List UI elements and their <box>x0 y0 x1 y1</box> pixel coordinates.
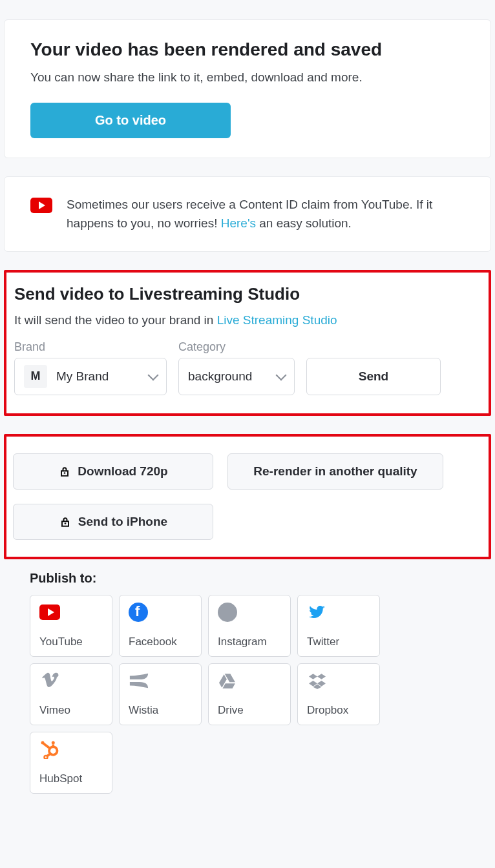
rendered-title: Your video has been rendered and saved <box>30 39 465 60</box>
livestream-subtext: It will send the video to your brand in … <box>14 313 481 327</box>
publish-label: YouTube <box>39 636 103 648</box>
svg-point-1 <box>65 522 67 524</box>
svg-line-6 <box>43 743 50 749</box>
publish-label: Vimeo <box>39 704 103 717</box>
brand-value: My Brand <box>56 369 140 384</box>
livestream-title: Send video to Livestreaming Studio <box>14 284 481 304</box>
send-button[interactable]: Send <box>306 358 441 395</box>
facebook-icon <box>129 603 149 621</box>
publish-facebook[interactable]: Facebook <box>119 595 202 657</box>
publish-label: Facebook <box>129 636 192 648</box>
rendered-card: Your video has been rendered and saved Y… <box>4 19 491 158</box>
livestream-section: Send video to Livestreaming Studio It wi… <box>4 270 491 416</box>
lock-icon <box>59 515 72 528</box>
publish-label: Drive <box>218 704 281 717</box>
publish-label: Twitter <box>307 636 370 648</box>
rendered-subtext: You can now share the link to it, embed,… <box>30 70 465 85</box>
twitter-icon <box>307 603 328 621</box>
publish-vimeo[interactable]: Vimeo <box>30 663 112 725</box>
category-label: Category <box>178 340 295 354</box>
publish-label: Wistia <box>129 704 192 717</box>
publish-hubspot[interactable]: HubSpot <box>30 732 112 794</box>
chevron-down-icon <box>276 369 287 380</box>
youtube-icon <box>39 603 60 621</box>
publish-label: HubSpot <box>39 772 103 785</box>
svg-point-3 <box>52 741 55 744</box>
publish-twitter[interactable]: Twitter <box>297 595 380 657</box>
publish-youtube[interactable]: YouTube <box>30 595 112 657</box>
rerender-label: Re-render in another quality <box>253 464 417 479</box>
rerender-button[interactable]: Re-render in another quality <box>227 453 443 490</box>
category-select[interactable]: background <box>178 358 295 395</box>
instagram-icon <box>218 603 238 621</box>
chevron-down-icon <box>148 369 159 380</box>
category-field: Category background <box>178 340 295 395</box>
publish-title: Publish to: <box>30 571 495 586</box>
send-iphone-label: Send to iPhone <box>78 515 167 529</box>
publish-instagram[interactable]: Instagram <box>208 595 291 657</box>
download-label: Download 720p <box>78 464 167 479</box>
send-iphone-button[interactable]: Send to iPhone <box>13 504 213 540</box>
svg-point-0 <box>64 472 66 474</box>
notice-link[interactable]: Here's <box>221 216 256 230</box>
notice-text: Sometimes our users receive a Content ID… <box>67 195 465 233</box>
livestream-form-row: Brand M My Brand Category background Sen… <box>14 340 481 395</box>
action-row-1: Download 720p Re-render in another quali… <box>13 453 482 490</box>
livestream-studio-link[interactable]: Live Streaming Studio <box>217 313 337 327</box>
dropbox-icon <box>307 672 328 690</box>
brand-select[interactable]: M My Brand <box>14 358 167 395</box>
brand-label: Brand <box>14 340 167 354</box>
youtube-icon <box>30 198 52 213</box>
svg-point-2 <box>49 747 58 755</box>
vimeo-icon <box>39 672 60 690</box>
publish-label: Instagram <box>218 636 281 648</box>
hubspot-icon <box>39 740 60 758</box>
brand-chip: M <box>24 365 47 388</box>
notice-after: an easy solution. <box>256 216 352 230</box>
publish-grid: YouTube Facebook Instagram Twitter Vimeo… <box>30 595 465 794</box>
brand-field: Brand M My Brand <box>14 340 167 395</box>
publish-drive[interactable]: Drive <box>208 663 291 725</box>
actions-section: Download 720p Re-render in another quali… <box>4 434 491 559</box>
drive-icon <box>218 672 238 690</box>
content-id-notice: Sometimes our users receive a Content ID… <box>4 176 491 252</box>
livestream-sub-before: It will send the video to your brand in <box>14 313 217 327</box>
publish-wistia[interactable]: Wistia <box>119 663 202 725</box>
publish-dropbox[interactable]: Dropbox <box>297 663 380 725</box>
lock-icon <box>58 465 71 478</box>
go-to-video-button[interactable]: Go to video <box>30 103 231 138</box>
svg-line-8 <box>47 754 50 756</box>
action-row-2: Send to iPhone <box>13 504 482 540</box>
publish-label: Dropbox <box>307 704 370 717</box>
download-button[interactable]: Download 720p <box>13 453 213 490</box>
wistia-icon <box>129 672 149 690</box>
category-value: background <box>188 369 252 384</box>
